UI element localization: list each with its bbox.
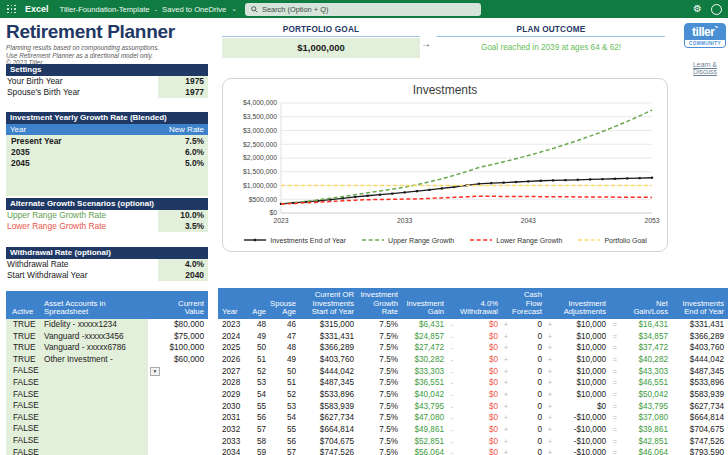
projection-table-header: YearAgeSpouse AgeCurrent OR Investments … xyxy=(218,288,728,319)
asset-name-cell[interactable] xyxy=(42,423,148,435)
learn-discuss-link[interactable]: Learn & Discuss xyxy=(682,61,728,75)
asset-active-cell[interactable]: TRUE xyxy=(6,331,42,343)
asset-active-cell[interactable]: TRUE xyxy=(6,342,42,354)
header-cell: Spouse Age xyxy=(270,300,300,317)
operator-cell: + xyxy=(546,366,554,378)
settings-gear-icon[interactable]: ⚙ xyxy=(693,4,702,14)
asset-active-cell[interactable]: FALSE xyxy=(6,377,42,389)
growth-year-cell[interactable]: 2045 xyxy=(10,158,30,169)
data-cell: $366,289 xyxy=(672,331,728,343)
data-cell: $366,289 xyxy=(300,342,358,354)
growth-rate-header: Investment Yearly Growth Rate (Blended) xyxy=(6,112,208,124)
chevron-down-icon[interactable]: ⌄ xyxy=(231,5,237,13)
data-cell: $52,851 xyxy=(402,436,448,448)
setting-label: Lower Range Growth Rate xyxy=(6,221,106,232)
portfolio-goal-label: PORTFOLIO GOAL xyxy=(222,25,420,37)
setting-value-cell[interactable]: 3.5% xyxy=(158,221,208,232)
asset-active-cell[interactable]: FALSE xyxy=(6,435,42,447)
header-cell: Net Gain/Loss xyxy=(620,300,672,317)
asset-name-cell[interactable] xyxy=(42,389,148,401)
legend-label: Upper Range Growth xyxy=(388,237,454,244)
asset-name-cell[interactable]: Fidelity - xxxxx1234 xyxy=(42,319,148,331)
asset-value-cell[interactable] xyxy=(148,412,208,424)
asset-name-cell[interactable] xyxy=(42,435,148,447)
col-active: Active xyxy=(6,308,42,317)
portfolio-goal-value[interactable]: $1,000,000 xyxy=(222,38,420,58)
legend-swatch-icon xyxy=(361,236,385,244)
setting-value-cell[interactable]: 10.0% xyxy=(158,210,208,221)
table-row: 20285351$487,3457.5%$36,551-$0+0+$10,000… xyxy=(218,377,728,389)
data-cell: 59 xyxy=(248,447,270,455)
operator-cell: = xyxy=(610,377,620,389)
asset-value-cell[interactable]: $100,000 xyxy=(148,342,208,354)
table-row: 20234846$315,0007.5%$6,431-$0+0+$10,000=… xyxy=(218,319,728,331)
asset-active-cell[interactable]: TRUE xyxy=(6,319,42,331)
growth-rate-cell[interactable]: 7.5% xyxy=(185,136,204,147)
asset-name-cell[interactable] xyxy=(42,400,148,412)
data-cell: $10,000 xyxy=(554,331,610,343)
data-cell: $533,896 xyxy=(300,389,358,401)
tiller-logo-text: tiller` xyxy=(685,24,725,40)
data-cell: $0 xyxy=(456,377,502,389)
asset-name-cell[interactable] xyxy=(42,412,148,424)
investments-chart-card: Investments $0$500,000$1,000,000$1,500,0… xyxy=(222,78,668,252)
growth-year-cell[interactable]: 2035 xyxy=(10,147,30,158)
asset-active-cell[interactable]: FALSE xyxy=(6,365,42,377)
asset-active-cell[interactable]: FALSE xyxy=(6,423,42,435)
legend-swatch-icon xyxy=(469,236,493,244)
data-cell: $664,814 xyxy=(672,412,728,424)
setting-value-cell[interactable]: 1977 xyxy=(158,87,208,98)
data-cell: 53 xyxy=(270,401,300,413)
asset-value-cell[interactable]: $75,000 xyxy=(148,331,208,343)
document-title[interactable]: Tiller-Foundation-Template - Saved to On… xyxy=(60,5,238,14)
asset-name-cell[interactable]: ▾ xyxy=(42,365,148,377)
svg-text:2043: 2043 xyxy=(521,217,536,224)
asset-value-cell[interactable] xyxy=(148,389,208,401)
col-asset-accounts: Asset Accounts in Spreadsheet xyxy=(42,300,148,317)
asset-name-cell[interactable]: Vanguard -xxxxx3456 xyxy=(42,331,148,343)
legend-item: Lower Range Growth xyxy=(469,236,562,244)
table-row: 20345957$747,5267.5%$56,064-$0+0+-$10,00… xyxy=(218,447,728,455)
setting-value-cell[interactable]: 4.0% xyxy=(158,259,208,270)
growth-year-cell[interactable]: Present Year xyxy=(10,136,62,147)
setting-label: Your Birth Year xyxy=(6,76,63,87)
asset-active-cell[interactable]: FALSE xyxy=(6,447,42,455)
account-avatar[interactable] xyxy=(711,4,722,15)
asset-value-cell[interactable] xyxy=(148,377,208,389)
svg-text:2053: 2053 xyxy=(644,217,659,224)
app-launcher-icon[interactable] xyxy=(7,5,16,14)
data-cell: 0 xyxy=(510,366,546,378)
dropdown-button[interactable]: ▾ xyxy=(150,367,160,376)
asset-name-cell[interactable] xyxy=(42,447,148,455)
data-cell: $331,431 xyxy=(672,319,728,331)
data-cell: 50 xyxy=(248,342,270,354)
growth-rate-subheader: Year New Rate xyxy=(6,124,208,135)
growth-rate-cell[interactable]: 6.0% xyxy=(185,147,204,158)
tiller-logo[interactable]: tiller` COMMUNITY xyxy=(684,23,726,48)
operator-cell: + xyxy=(546,389,554,401)
asset-name-cell[interactable] xyxy=(42,377,148,389)
operator-cell: = xyxy=(610,401,620,413)
asset-value-cell[interactable]: $80,000 xyxy=(148,319,208,331)
data-cell: $10,000 xyxy=(554,354,610,366)
setting-value-cell[interactable]: 1975 xyxy=(158,76,208,87)
operator-cell: = xyxy=(610,389,620,401)
data-cell: 49 xyxy=(248,331,270,343)
asset-name-cell[interactable]: Vanguard - xxxxx6786 xyxy=(42,342,148,354)
growth-rate-cell[interactable]: 5.0% xyxy=(185,158,204,169)
asset-value-cell[interactable] xyxy=(148,435,208,447)
data-cell: $627,734 xyxy=(672,401,728,413)
setting-value-cell[interactable]: 2040 xyxy=(158,270,208,281)
data-cell: 7.5% xyxy=(358,412,402,424)
asset-value-cell[interactable] xyxy=(148,423,208,435)
document-name[interactable]: Tiller-Foundation-Template xyxy=(60,5,150,14)
legend-item: Investments End of Year xyxy=(243,236,346,244)
search-input[interactable]: Search (Option + Q) xyxy=(245,3,481,16)
asset-active-cell[interactable]: FALSE xyxy=(6,412,42,424)
data-cell: 0 xyxy=(510,436,546,448)
asset-active-cell[interactable]: FALSE xyxy=(6,400,42,412)
asset-active-cell[interactable]: FALSE xyxy=(6,389,42,401)
asset-value-cell[interactable] xyxy=(148,447,208,455)
asset-value-cell[interactable] xyxy=(148,400,208,412)
operator-cell: + xyxy=(502,389,510,401)
